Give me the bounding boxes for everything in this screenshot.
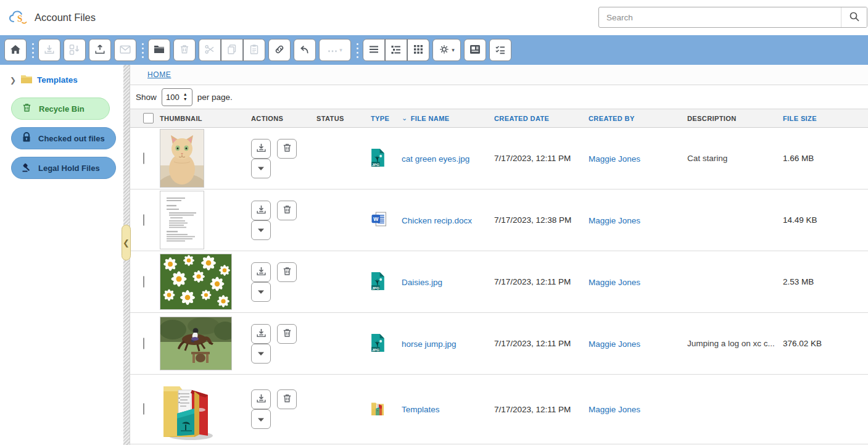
sidebar-item-recycle-bin[interactable]: Recycle Bin bbox=[11, 98, 110, 120]
file-name-link[interactable]: Chicken recip.docx bbox=[402, 216, 472, 225]
scissors-icon bbox=[204, 44, 215, 57]
breadcrumb-home-link[interactable]: HOME bbox=[147, 70, 171, 79]
file-name-link[interactable]: Daisies.jpg bbox=[402, 278, 442, 287]
daisies-photo-thumbnail[interactable] bbox=[160, 254, 232, 310]
search-box bbox=[598, 7, 867, 28]
clipboard-button-group bbox=[199, 39, 265, 61]
created-by-link[interactable]: Maggie Jones bbox=[589, 339, 640, 349]
cut-button[interactable] bbox=[199, 39, 221, 61]
search-button[interactable] bbox=[841, 7, 867, 27]
row-download-button[interactable] bbox=[251, 201, 271, 220]
download-icon bbox=[44, 44, 55, 57]
row-delete-button[interactable] bbox=[277, 389, 297, 409]
file-name-link[interactable]: Templates bbox=[402, 405, 440, 414]
paste-button[interactable] bbox=[243, 39, 265, 61]
file-type-cell bbox=[371, 401, 402, 418]
row-download-button[interactable] bbox=[251, 389, 271, 409]
sidebar-item-legal-hold-files[interactable]: Legal Hold Files bbox=[11, 157, 116, 179]
row-checkbox[interactable] bbox=[143, 276, 144, 288]
row-actions bbox=[251, 262, 316, 302]
dropdown-caret-icon bbox=[257, 415, 265, 424]
checklist-view-button[interactable] bbox=[489, 39, 511, 61]
row-download-button[interactable] bbox=[251, 139, 271, 159]
sidebar-item-label: Templates bbox=[37, 75, 78, 85]
chevron-right-icon[interactable]: ❯ bbox=[10, 76, 16, 85]
cat-photo-thumbnail[interactable] bbox=[160, 129, 204, 188]
row-more-button[interactable] bbox=[251, 282, 271, 302]
detail-view-icon bbox=[391, 44, 402, 56]
row-delete-button[interactable] bbox=[277, 324, 297, 344]
created-by-link[interactable]: Maggie Jones bbox=[589, 216, 640, 225]
detail-view-button[interactable] bbox=[385, 39, 407, 61]
delete-button[interactable] bbox=[173, 39, 196, 61]
home-button[interactable] bbox=[4, 39, 27, 61]
jpg-file-icon bbox=[371, 333, 385, 352]
created-by-link[interactable]: Maggie Jones bbox=[589, 154, 640, 164]
per-page-label: per page. bbox=[197, 93, 233, 102]
row-checkbox[interactable] bbox=[143, 403, 144, 415]
created-date-cell: 7/17/2023, 12:11 PM bbox=[494, 154, 589, 163]
link-button[interactable] bbox=[268, 39, 291, 61]
sidebar-item-label: Recycle Bin bbox=[39, 104, 85, 114]
splitter-collapse-handle[interactable]: ❮ bbox=[122, 225, 131, 260]
download-button[interactable] bbox=[38, 39, 60, 61]
row-more-button[interactable] bbox=[251, 220, 271, 240]
undo-button[interactable] bbox=[294, 39, 316, 61]
trash-icon bbox=[282, 266, 292, 278]
row-delete-button[interactable] bbox=[277, 201, 297, 220]
stepper-down-icon[interactable]: ▼ bbox=[183, 97, 188, 102]
created-date-cell: 7/17/2023, 12:11 PM bbox=[494, 277, 589, 286]
row-more-button[interactable] bbox=[251, 159, 271, 178]
file-type-cell bbox=[371, 333, 402, 354]
ellipsis-icon bbox=[328, 46, 337, 55]
list-view-button[interactable] bbox=[363, 39, 385, 61]
copy-button[interactable] bbox=[221, 39, 243, 61]
row-checkbox[interactable] bbox=[143, 214, 144, 226]
upload-button[interactable] bbox=[89, 39, 111, 61]
column-header-file-size[interactable]: FILE SIZE bbox=[783, 115, 868, 122]
row-delete-button[interactable] bbox=[277, 139, 297, 159]
sidebar-splitter[interactable]: ❮ bbox=[123, 65, 130, 445]
horse-photo-thumbnail[interactable] bbox=[160, 317, 232, 370]
bulk-download-button[interactable] bbox=[64, 39, 86, 61]
created-by-link[interactable]: Maggie Jones bbox=[589, 405, 640, 414]
lock-icon bbox=[22, 132, 31, 144]
grid-view-button[interactable] bbox=[407, 39, 429, 61]
account-files-app: S Account Files bbox=[0, 0, 868, 445]
column-header-description: DESCRIPTION bbox=[687, 115, 783, 122]
card-view-icon bbox=[469, 44, 481, 56]
file-name-link[interactable]: cat green eyes.jpg bbox=[402, 154, 469, 164]
row-checkbox[interactable] bbox=[143, 152, 144, 164]
view-button-group bbox=[363, 39, 429, 61]
sidebar-item-templates[interactable]: ❯ Templates bbox=[0, 70, 123, 90]
stepper-up-icon[interactable]: ▲ bbox=[183, 92, 188, 97]
row-actions bbox=[251, 389, 316, 429]
folder-graphic-thumbnail[interactable] bbox=[160, 378, 217, 441]
table-row: Templates 7/17/2023, 12:11 PM Maggie Jon… bbox=[130, 375, 868, 444]
row-download-button[interactable] bbox=[251, 324, 271, 344]
email-button[interactable] bbox=[114, 39, 136, 61]
upload-icon bbox=[94, 44, 105, 57]
sidebar-item-checked-out-files[interactable]: Checked out files bbox=[11, 127, 116, 149]
row-checkbox[interactable] bbox=[143, 338, 144, 349]
row-more-button[interactable] bbox=[251, 409, 271, 429]
select-all-checkbox[interactable] bbox=[143, 113, 154, 123]
column-header-type[interactable]: TYPE bbox=[371, 115, 402, 122]
settings-button[interactable]: ▾ bbox=[432, 39, 461, 61]
column-header-thumbnail: THUMBNAIL bbox=[160, 115, 251, 122]
row-more-button[interactable] bbox=[251, 344, 271, 364]
page-size-input[interactable] bbox=[162, 92, 183, 102]
created-by-link[interactable]: Maggie Jones bbox=[589, 278, 640, 287]
top-bar: S Account Files bbox=[0, 0, 868, 35]
column-header-created-by[interactable]: CREATED BY bbox=[589, 115, 687, 122]
card-view-button[interactable] bbox=[464, 39, 486, 61]
new-folder-button[interactable] bbox=[148, 39, 170, 61]
column-header-file-name[interactable]: ⌄ FILE NAME bbox=[402, 114, 494, 122]
search-input[interactable] bbox=[599, 7, 841, 27]
document-preview-thumbnail[interactable] bbox=[160, 191, 204, 249]
column-header-created-date[interactable]: CREATED DATE bbox=[494, 115, 589, 122]
row-download-button[interactable] bbox=[251, 262, 271, 282]
more-actions-button[interactable]: ▾ bbox=[319, 39, 351, 61]
file-name-link[interactable]: horse jump.jpg bbox=[402, 339, 457, 349]
row-delete-button[interactable] bbox=[277, 262, 297, 282]
